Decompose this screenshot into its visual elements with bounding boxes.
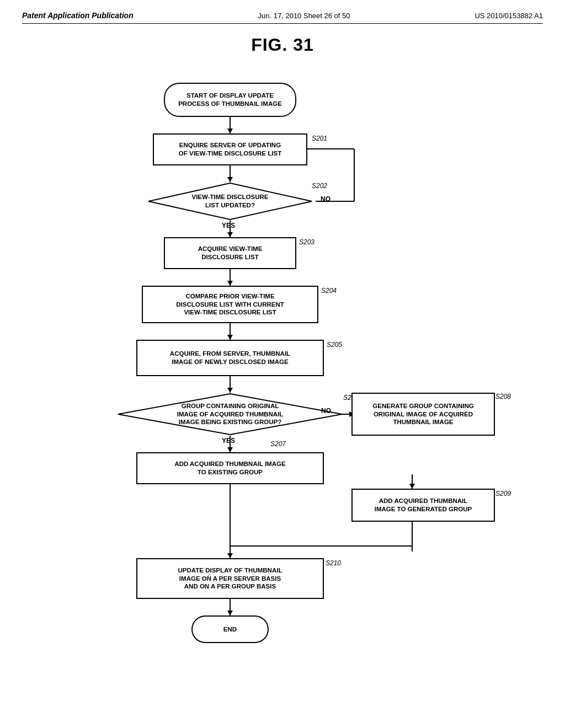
s207-node: ADD ACQUIRED THUMBNAIL IMAGE TO EXISTING… xyxy=(136,452,324,484)
flowchart: START OF DISPLAY UPDATE PROCESS OF THUMB… xyxy=(45,72,520,678)
s202-diamond: VIEW-TIME DISCLOSURE LIST UPDATED? xyxy=(147,182,313,221)
svg-marker-7 xyxy=(227,281,233,286)
s202-yes-label: YES xyxy=(222,222,235,229)
s208-node: GENERATE GROUP CONTAINING ORIGINAL IMAGE… xyxy=(351,393,495,436)
page-header: Patent Application Publication Jun. 17, … xyxy=(22,11,543,24)
s203-node: ACQUIRE VIEW-TIME DISCLOSURE LIST xyxy=(164,237,296,269)
s203-label: S203 xyxy=(299,238,315,246)
svg-marker-11 xyxy=(227,388,233,393)
s202-no-label: NO xyxy=(321,195,331,203)
header-date-sheet: Jun. 17, 2010 Sheet 26 of 50 xyxy=(258,12,350,20)
s210-label: S210 xyxy=(326,559,341,567)
s201-label: S201 xyxy=(312,135,327,142)
header-patent-number: US 2010/0153882 A1 xyxy=(475,12,543,20)
svg-marker-17 xyxy=(409,484,415,489)
svg-marker-3 xyxy=(227,177,233,182)
s205-node: ACQUIRE, FROM SERVER, THUMBNAIL IMAGE OF… xyxy=(136,340,324,376)
s208-label: S208 xyxy=(495,393,511,400)
s206-no-label: NO xyxy=(321,407,331,415)
start-node: START OF DISPLAY UPDATE PROCESS OF THUMB… xyxy=(164,83,296,117)
s202-label: S202 xyxy=(312,182,327,190)
svg-marker-1 xyxy=(227,129,233,133)
page: Patent Application Publication Jun. 17, … xyxy=(0,0,565,728)
header-publication-label: Patent Application Publication xyxy=(22,11,134,20)
s209-node: ADD ACQUIRED THUMBNAIL IMAGE TO GENERATE… xyxy=(351,489,495,522)
s206-yes-label: YES xyxy=(222,437,235,445)
s207-label: S207 xyxy=(270,440,286,448)
s204-label: S204 xyxy=(321,287,337,295)
s205-label: S205 xyxy=(327,341,342,349)
svg-marker-23 xyxy=(227,553,233,558)
s209-label: S209 xyxy=(495,490,511,497)
end-node: END xyxy=(191,615,269,643)
s201-node: ENQUIRE SERVER OF UPDATING OF VIEW-TIME … xyxy=(153,133,307,165)
svg-marker-5 xyxy=(227,232,233,237)
figure-title: FIG. 31 xyxy=(22,35,543,55)
svg-marker-13 xyxy=(227,447,233,452)
s206-diamond: GROUP CONTAINING ORIGINAL IMAGE OF ACQUI… xyxy=(117,393,343,436)
svg-marker-9 xyxy=(227,335,233,340)
s210-node: UPDATE DISPLAY OF THUMBNAIL IMAGE ON A P… xyxy=(136,558,324,599)
svg-marker-29 xyxy=(227,611,233,615)
s204-node: COMPARE PRIOR VIEW-TIME DISCLOSURE LIST … xyxy=(142,286,318,323)
